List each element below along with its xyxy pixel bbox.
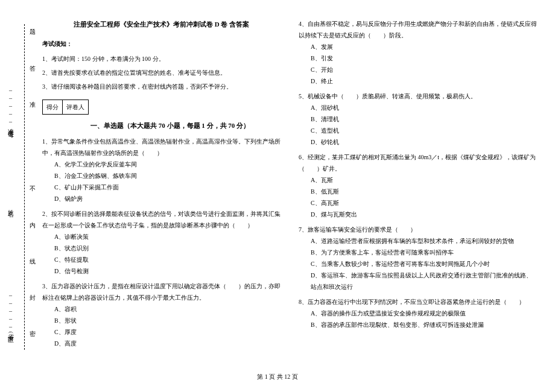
q1-opt-b: B、冶金工业的炼钢、炼铁车间 (42, 170, 281, 182)
q3-opt-c: C、厚度 (42, 326, 281, 338)
q6-opt-d: D、煤与瓦斯突出 (299, 209, 537, 220)
notice-header: 考试须知： (42, 38, 281, 49)
q5-opt-d: D、砂轮机 (299, 136, 537, 148)
q4-opt-a: A、发展 (299, 41, 537, 52)
score-cell-score: 得分 (43, 100, 63, 114)
q6-opt-a: A、瓦斯 (299, 174, 537, 186)
vert-province: _____省（市区） (6, 289, 14, 335)
q8-stem: 8、压力容器在运行中出现下列情况时，不应当立即让容器紧急停止运行的是（ ） (299, 296, 537, 308)
q2-opt-b: B、状态识别 (42, 242, 281, 254)
notice-3: 3、请仔细阅读各种题目的回答要求，在密封线内答题，否则不予评分。 (42, 81, 281, 92)
exam-title: 注册安全工程师《安全生产技术》考前冲刺试卷 D 卷 含答案 (42, 18, 281, 31)
page-footer: 第 1 页 共 12 页 (0, 373, 555, 381)
right-column: 4、自由基很不稳定，易与反应物分子作用生成燃烧产物分子和新的自由基，使链式反应得… (299, 18, 537, 349)
q6-opt-b: B、低瓦斯 (299, 186, 537, 197)
q3-opt-a: A、容积 (42, 303, 281, 315)
q7-stem: 7、旅客运输车辆安全运行的要求是（ ） (299, 224, 537, 235)
q3-opt-d: D、高度 (42, 338, 281, 349)
q5-opt-b: B、清理机 (299, 113, 537, 125)
seal-char-8: 题 (28, 24, 36, 25)
seal-char-2: 封 (28, 289, 36, 291)
q1-opt-d: D、锅炉房 (42, 193, 281, 204)
q8-opt-a: A、容器的操作压力或壁温接近安全操作规程规定的极限值 (299, 308, 537, 319)
q6-stem: 6、经测定，某井工煤矿的相对瓦斯涌出量为 40m3／t，根据《煤矿安全规程》，该… (299, 151, 537, 174)
q7-opt-a: A、道路运输经营者应根据拥有车辆的车型和技术条件，承运利润较好的货物 (299, 235, 537, 247)
seal-char-7: 准 (28, 96, 36, 98)
q2-opt-a: A、诊断决策 (42, 231, 281, 242)
q6-opt-c: C、高瓦斯 (299, 197, 537, 209)
score-cell-grader: 评卷人 (63, 100, 88, 114)
q3-stem: 3、压力容器的设计压力，是指在相应设计温度下用以确定容器壳体（ ）的压力，亦即标… (42, 280, 281, 303)
left-column: 注册安全工程师《安全生产技术》考前冲刺试卷 D 卷 含答案 考试须知： 1、考试… (42, 18, 281, 349)
q1-opt-a: A、化学工业的化学反应釜车间 (42, 159, 281, 170)
q2-opt-c: C、特征提取 (42, 254, 281, 265)
q7-opt-d: D、客运班车、旅游客车应当按照县级以上人民政府交通行政主管部门批准的线路、站点和… (299, 270, 537, 292)
page-content: 注册安全工程师《安全生产技术》考前冲刺试卷 D 卷 含答案 考试须知： 1、考试… (42, 18, 543, 349)
q5-opt-c: C、造型机 (299, 125, 537, 136)
score-box: 得分 评卷人 (42, 100, 89, 115)
q1-stem: 1、异常气象条件作业包括高温作业、高温强热辐射作业，高温高湿作业等。下列生产场所… (42, 136, 281, 159)
vert-admission: _____准考证号 (6, 84, 14, 128)
vert-name: 姓名 (6, 205, 14, 207)
q7-opt-c: C、当乘客人数较少时，客运经营者可将客车出发时间拖延几个小时 (299, 258, 537, 270)
notice-2: 2、请首先按要求在试卷的指定位置填写您的姓名、准考证号等信息。 (42, 67, 281, 78)
seal-char-1: 密 (28, 326, 36, 327)
q8-opt-b: B、容器的承压部件出现裂纹、鼓包变形、焊缝或可拆连接处泄漏 (299, 319, 537, 330)
q3-opt-b: B、形状 (42, 315, 281, 326)
q4-opt-d: D、终止 (299, 75, 537, 87)
seal-char-5: 不 (28, 181, 36, 182)
seal-char-3: 线 (28, 253, 36, 254)
seal-line (24, 24, 25, 350)
seal-char-4: 内 (28, 217, 36, 218)
q7-opt-b: B、为了方便乘客上车，客运经营者可随乘客叫招停车 (299, 247, 537, 258)
q4-opt-b: B、引发 (299, 52, 537, 64)
section-1-title: 一、单选题（本大题共 70 小题，每题 1 分，共 70 分） (90, 119, 250, 132)
seal-char-6: 答 (28, 60, 36, 62)
binding-margin: _____省（市区） 姓名 _____准考证号 密 封 线 内 不 答 准 题 (0, 0, 36, 368)
q4-opt-c: C、开始 (299, 64, 537, 75)
q2-opt-d: D、信号检测 (42, 265, 281, 277)
q5-opt-a: A、混砂机 (299, 102, 537, 113)
q4-stem: 4、自由基很不稳定，易与反应物分子作用生成燃烧产物分子和新的自由基，使链式反应得… (299, 18, 537, 41)
q1-opt-c: C、矿山井下采掘工作面 (42, 182, 281, 193)
notice-1: 1、考试时间：150 分钟，本卷满分为 100 分。 (42, 53, 281, 65)
q5-stem: 5、机械设备中（ ）质脆易碎、转速高、使用频繁，极易伤人。 (299, 90, 537, 102)
q2-stem: 2、按不同诊断目的选择最能表征设备状态的信号，对该类信号进行全面监测，并将其汇集… (42, 208, 281, 231)
